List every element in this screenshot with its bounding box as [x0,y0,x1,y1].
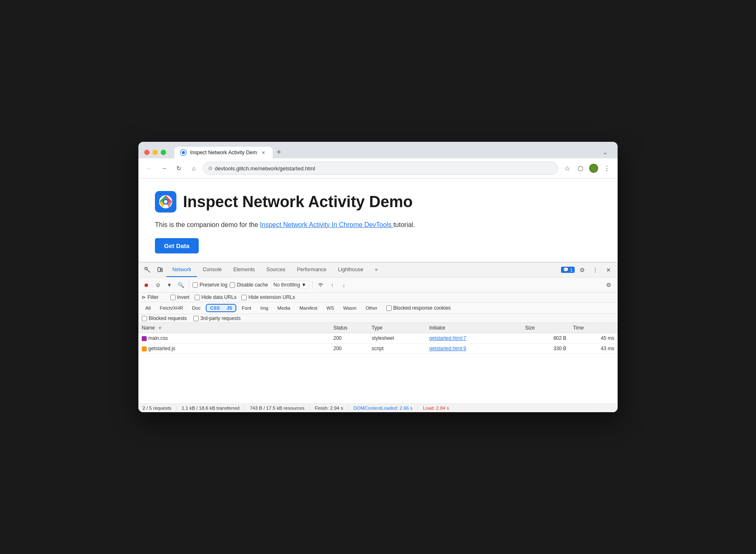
filter-icon-btn[interactable]: ▼ [165,280,174,289]
maximize-button[interactable] [161,150,166,155]
third-party-requests-checkbox[interactable] [193,316,199,321]
col-header-time[interactable]: Time [570,323,618,333]
tab-close-button[interactable]: ✕ [260,149,267,156]
address-bar[interactable]: ⊙ devtools.glitch.me/network/getstarted.… [203,162,558,175]
filter-text: Filter [147,294,159,300]
filter-options: Invert Hide data URLs Hide extension URL… [170,294,295,300]
more-options-button[interactable]: ⋮ [601,162,613,174]
table-row[interactable]: getstarted.js 200 script getstarted.html… [138,344,618,354]
filter-bar: ⊳ Filter Invert Hide data URLs Hide exte… [138,293,618,302]
tab-console[interactable]: Console [197,263,228,277]
cell-initiator[interactable]: getstarted.html:9 [426,344,522,354]
sort-icon: ▼ [158,326,162,330]
title-bar: Inspect Network Activity Dem ✕ + ⌄ [138,142,618,158]
devtools-settings-icon[interactable]: ⚙ [576,264,588,276]
profile-button[interactable]: 🌿 [588,162,599,174]
type-filter-manifest[interactable]: Manifest [296,304,321,312]
hide-data-urls-label[interactable]: Hide data URLs [195,294,237,300]
disable-cache-label[interactable]: Disable cache [230,282,268,288]
toolbar-separator-2 [312,281,313,289]
col-header-type[interactable]: Type [368,323,426,333]
preserve-log-checkbox[interactable] [193,282,198,288]
network-settings-icon[interactable]: ⚙ [603,279,614,291]
devtools-close-icon[interactable]: ✕ [603,264,614,276]
type-filter-media[interactable]: Media [273,304,294,312]
invert-checkbox[interactable] [170,295,176,300]
home-button[interactable]: ⌂ [188,162,200,174]
tab-elements[interactable]: Elements [228,263,261,277]
back-button[interactable]: ← [143,162,155,174]
search-button[interactable]: 🔍 [176,280,185,289]
clear-button[interactable]: ⊘ [153,280,162,289]
new-tab-button[interactable]: + [273,146,285,158]
wifi-icon[interactable] [316,280,325,289]
status-resources: 743 B / 17.5 kB resources [245,406,310,411]
record-button[interactable]: ⏺ [142,280,151,289]
tab-more[interactable]: » [369,263,383,277]
col-header-size[interactable]: Size [522,323,570,333]
nav-bar: ← → ↻ ⌂ ⊙ devtools.glitch.me/network/get… [138,158,618,179]
bookmark-button[interactable]: ☆ [561,162,573,174]
preserve-log-label[interactable]: Preserve log [193,282,227,288]
type-filter-wasm[interactable]: Wasm [340,304,360,312]
tab-chevron-icon[interactable]: ⌄ [599,146,612,158]
status-transferred: 1.1 kB / 18.6 kB transferred [177,406,245,411]
network-table: Name ▼ Status Type Initiator Size Time m… [138,323,618,354]
type-filter-js[interactable]: JS [223,305,235,311]
third-party-requests-label[interactable]: 3rd-party requests [193,315,240,321]
cell-time: 45 ms [570,333,618,344]
active-type-filter-group: CSS JS [206,304,236,312]
type-filter-ws[interactable]: WS [323,304,338,312]
col-header-name[interactable]: Name ▼ [138,323,330,333]
hide-data-urls-checkbox[interactable] [195,295,200,300]
devtools-select-element-icon[interactable] [142,264,153,276]
tab-performance[interactable]: Performance [291,263,333,277]
badge-count: 1 [570,267,573,272]
type-filter-img[interactable]: Img [257,304,272,312]
cell-type: script [368,344,426,354]
table-row[interactable]: main.css 200 stylesheet getstarted.html:… [138,333,618,344]
page-content: Inspect Network Activity Demo This is th… [138,179,618,262]
blocked-requests-label[interactable]: Blocked requests [142,315,187,321]
blocked-response-cookies-label[interactable]: Blocked response cookies [386,305,451,311]
cell-status: 200 [330,344,368,354]
extensions-button[interactable]: ⬡ [575,162,586,174]
hide-extension-urls-label[interactable]: Hide extension URLs [241,294,295,300]
table-empty-area [138,354,618,404]
tab-lighthouse[interactable]: Lighthouse [332,263,369,277]
throttle-select[interactable]: No throttling ▼ [271,281,309,289]
minimize-button[interactable] [152,150,158,155]
active-tab[interactable]: Inspect Network Activity Dem ✕ [174,147,273,158]
devtools-topbar: Network Console Elements Sources Perform… [138,263,618,277]
blocked-response-cookies-checkbox[interactable] [386,306,392,311]
type-filter-all[interactable]: All [142,304,155,312]
hide-extension-urls-checkbox[interactable] [241,295,247,300]
col-header-initiator[interactable]: Initiator [426,323,522,333]
type-filter-css[interactable]: CSS [207,305,223,311]
import-icon[interactable]: ↑ [328,280,337,289]
disable-cache-checkbox[interactable] [230,282,235,288]
col-header-status[interactable]: Status [330,323,368,333]
tab-sources[interactable]: Sources [261,263,291,277]
tutorial-link[interactable]: Inspect Network Activity In Chrome DevTo… [260,221,393,228]
blocked-requests-checkbox[interactable] [142,316,147,321]
get-data-button[interactable]: Get Data [155,238,199,253]
type-filter-other[interactable]: Other [362,304,381,312]
export-icon[interactable]: ↓ [339,280,348,289]
devtools-device-icon[interactable] [154,264,166,276]
type-filter-fetchxhr[interactable]: Fetch/XHR [156,304,187,312]
reload-button[interactable]: ↻ [173,162,185,174]
page-header: Inspect Network Activity Demo [155,191,601,213]
close-button[interactable] [144,150,150,155]
devtools-right-actions: 💬 1 ⚙ ⋮ ✕ [561,264,614,276]
page-logo [155,191,176,213]
type-filter-doc[interactable]: Doc [188,304,204,312]
svg-line-7 [147,270,150,272]
cell-initiator[interactable]: getstarted.html:7 [426,333,522,344]
devtools-more-icon[interactable]: ⋮ [590,264,601,276]
invert-label[interactable]: Invert [170,294,190,300]
tab-network[interactable]: Network [166,263,197,277]
type-filter-font[interactable]: Font [238,304,255,312]
forward-button[interactable]: → [158,162,170,174]
status-dom-loaded: DOMContentLoaded: 2.66 s [348,406,418,411]
